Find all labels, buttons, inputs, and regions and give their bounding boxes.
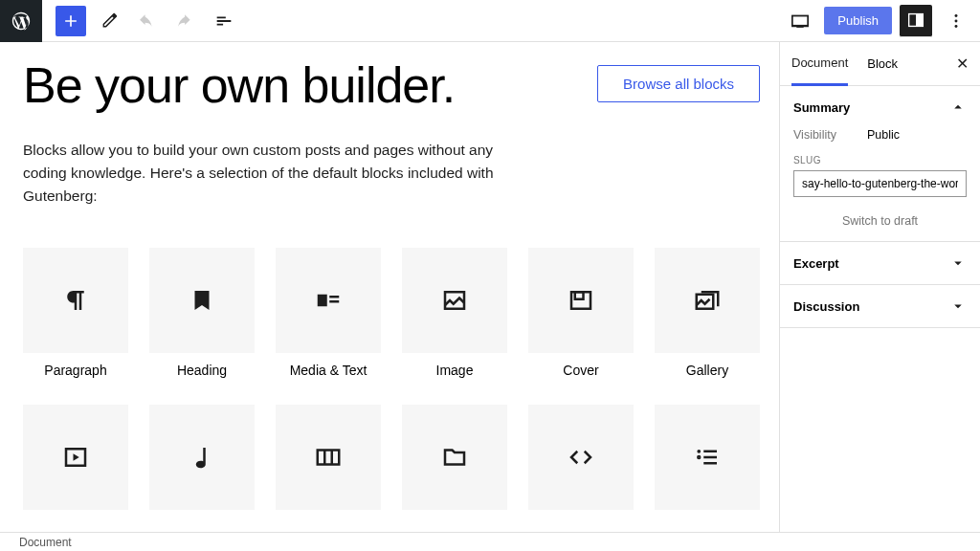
media-text-icon [314,286,343,315]
toolbar-left [0,0,239,42]
block-file[interactable] [402,405,507,510]
document-outline-button[interactable] [209,6,239,36]
svg-rect-22 [703,462,717,465]
svg-rect-3 [916,14,923,27]
bookmark-icon [188,286,216,315]
tab-block[interactable]: Block [867,43,898,84]
visibility-value[interactable]: Public [867,128,900,142]
panel-excerpt: Excerpt [780,242,980,285]
image-icon [440,286,469,315]
block-cover[interactable]: Cover [528,248,634,378]
more-options-button[interactable] [940,5,972,37]
toolbar-right: Publish [784,5,972,37]
svg-rect-19 [703,450,717,452]
footer-breadcrumb: Document [0,532,980,551]
wordpress-logo[interactable] [0,0,42,42]
block-paragraph[interactable]: Paragraph [23,248,128,378]
intro-paragraph: Blocks allow you to build your own custo… [23,139,540,208]
audio-icon [188,443,216,472]
block-grid-row2 [23,405,760,510]
chevron-up-icon [949,99,967,116]
view-button[interactable] [784,5,816,37]
panel-excerpt-header[interactable]: Excerpt [780,242,980,284]
panel-discussion: Discussion [780,285,980,328]
publish-button[interactable]: Publish [824,7,892,34]
chevron-down-icon [949,298,967,315]
settings-panel-toggle[interactable] [900,5,932,37]
add-block-button[interactable] [56,6,86,36]
svg-rect-15 [318,450,340,464]
block-gallery[interactable]: Gallery [655,248,760,378]
columns-icon [314,443,343,472]
settings-sidebar: Document Block ✕ Summary Visibility Publ… [779,42,980,532]
list-icon [693,443,722,472]
svg-point-18 [697,450,701,453]
svg-rect-9 [329,300,339,303]
svg-point-5 [955,19,958,22]
cover-icon [567,286,595,315]
svg-point-4 [955,14,958,17]
block-columns[interactable] [276,405,381,510]
svg-rect-21 [703,455,717,458]
block-media-text[interactable]: Media & Text [276,248,381,378]
slug-label: SLUG [793,155,967,165]
paragraph-icon [61,286,90,315]
editor-top-toolbar: Publish [0,0,980,42]
browse-blocks-button[interactable]: Browse all blocks [597,65,760,102]
block-grid-row1: Paragraph Heading Media & Text Image Cov… [23,248,760,378]
sidebar-tabs: Document Block ✕ [780,42,980,86]
svg-rect-12 [575,292,584,299]
block-heading[interactable]: Heading [149,248,255,378]
code-icon [567,443,595,472]
folder-icon [440,443,469,472]
switch-to-draft-button[interactable]: Switch to draft [793,214,967,228]
visibility-label: Visibility [793,128,836,142]
redo-button[interactable] [170,6,201,36]
page-heading: Be your own builder. [23,59,455,112]
block-video[interactable] [23,405,128,510]
slug-input[interactable] [793,170,967,197]
panel-discussion-header[interactable]: Discussion [780,285,980,327]
edit-mode-button[interactable] [94,6,124,36]
block-image[interactable]: Image [402,248,507,378]
panel-summary-header[interactable]: Summary [780,86,980,128]
editor-canvas: Be your own builder. Browse all blocks B… [0,42,779,532]
block-list[interactable] [655,405,760,510]
close-sidebar-icon[interactable]: ✕ [956,55,969,73]
video-icon [61,443,90,472]
svg-rect-0 [792,15,809,25]
chevron-down-icon [949,254,967,272]
undo-button[interactable] [132,6,163,36]
svg-rect-7 [318,294,327,306]
svg-point-20 [698,455,701,458]
block-code[interactable] [528,405,634,510]
svg-rect-8 [329,296,339,298]
svg-rect-1 [797,26,804,27]
tab-document[interactable]: Document [791,42,848,86]
svg-point-6 [955,25,958,28]
gallery-icon [693,286,722,315]
panel-summary: Summary Visibility Public SLUG Switch to… [780,86,980,242]
block-audio[interactable] [149,405,255,510]
